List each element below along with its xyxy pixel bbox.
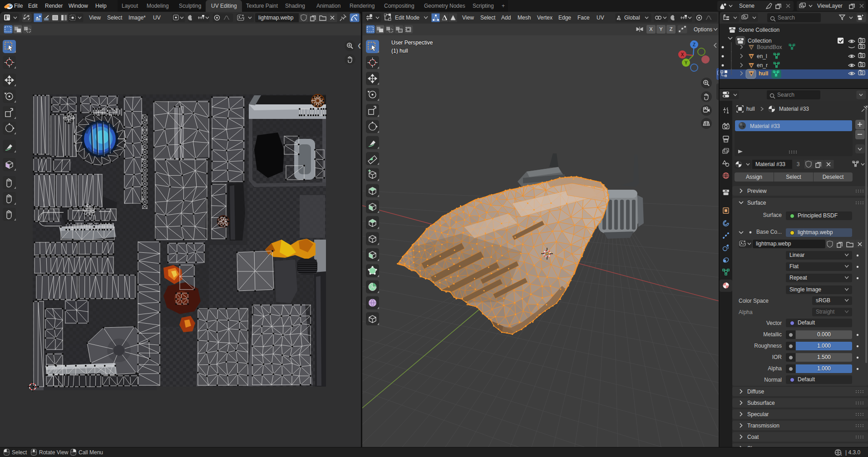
svg-text:X: X — [681, 52, 684, 57]
svg-text:User Perspective: User Perspective — [391, 39, 433, 46]
svg-text:BoundBox: BoundBox — [757, 44, 782, 50]
svg-text:Collection: Collection — [748, 38, 772, 44]
svg-text:(1) hull: (1) hull — [391, 48, 408, 54]
svg-text:Y: Y — [685, 60, 688, 65]
svg-text:hull: hull — [746, 106, 755, 112]
svg-text:en_l: en_l — [757, 53, 767, 59]
svg-text:en_r: en_r — [757, 62, 768, 69]
svg-text:Material #33: Material #33 — [779, 106, 809, 112]
svg-text:Scene Collection: Scene Collection — [739, 27, 779, 33]
svg-text:hull: hull — [759, 70, 768, 77]
svg-text:❮: ❮ — [357, 43, 361, 49]
svg-text:Z: Z — [693, 42, 695, 47]
svg-text:1: 1 — [840, 453, 842, 456]
